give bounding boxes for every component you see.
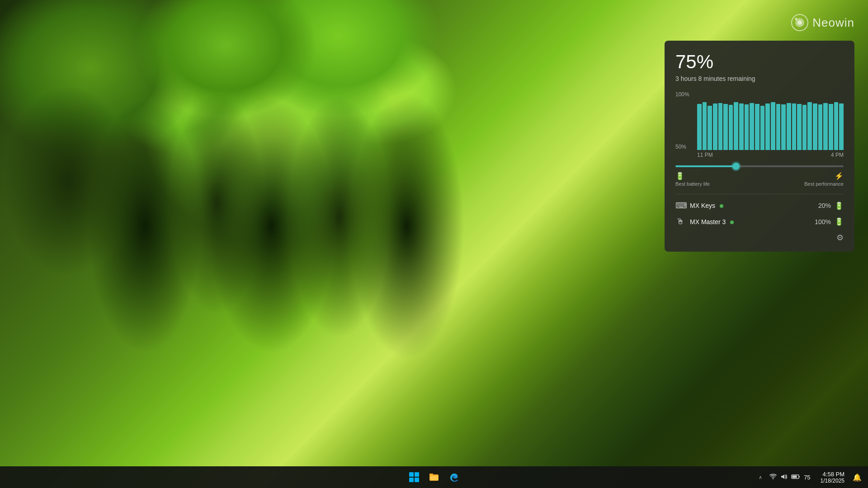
tray-date-text: 1/18/2025 <box>821 478 844 484</box>
performance-icon: ⚡ <box>835 172 844 180</box>
power-mode-slider-container[interactable]: 🔋 Best battery life ⚡ Best performance <box>675 165 844 187</box>
device-item-mx-keys: ⌨ MX Keys 20% 🔋 <box>675 201 844 211</box>
device-battery-mx-master: 100% 🔋 <box>815 217 844 226</box>
device-name-mx-keys: MX Keys <box>690 202 818 209</box>
wifi-icon-svg <box>769 474 777 480</box>
battery-tray-icon <box>791 474 800 481</box>
device-battery-mx-keys: 20% 🔋 <box>818 202 844 210</box>
chart-bar <box>760 106 765 150</box>
volume-tray-icon <box>780 474 788 481</box>
chart-bar <box>739 103 744 150</box>
chart-x-start: 11 PM <box>697 152 713 158</box>
device-connected-dot-master <box>730 221 734 224</box>
chart-bar <box>703 102 707 150</box>
edge-icon <box>448 472 459 483</box>
device-battery-icon-mx-keys: 🔋 <box>835 202 844 210</box>
svg-point-3 <box>795 18 797 20</box>
slider-thumb[interactable] <box>732 163 740 170</box>
taskbar-center-icons <box>405 468 463 486</box>
chart-bar <box>823 103 828 150</box>
battery-panel: 75% 3 hours 8 minutes remaining 100% 50%… <box>665 41 854 252</box>
mouse-icon: 🖱 <box>675 217 685 226</box>
chart-bar <box>745 104 749 150</box>
wifi-tray-icon <box>769 474 777 481</box>
battery-chart-container: 100% 50% 11 PM 4 PM <box>675 91 844 158</box>
chart-bar <box>807 102 812 150</box>
win-quad-4 <box>415 478 419 482</box>
file-explorer-button[interactable] <box>425 468 443 486</box>
device-divider <box>675 194 844 194</box>
file-explorer-icon <box>429 472 439 483</box>
svg-point-8 <box>773 478 774 479</box>
svg-rect-7 <box>430 475 438 476</box>
win-quad-2 <box>415 472 419 477</box>
svg-point-2 <box>797 20 802 25</box>
device-connected-dot <box>720 204 723 208</box>
device-battery-icon-master: 🔋 <box>835 217 844 226</box>
chart-bar <box>723 104 728 150</box>
chart-bar <box>718 103 723 150</box>
device-battery-percent-mx-keys: 20% <box>818 202 831 209</box>
battery-icon-svg <box>791 474 800 480</box>
chart-bar <box>750 103 754 150</box>
chart-bar <box>708 106 712 150</box>
chart-bar <box>787 103 791 150</box>
chart-bar <box>713 103 717 150</box>
chart-bar <box>781 104 786 150</box>
performance-label: Best performance <box>804 181 844 187</box>
windows-logo <box>409 472 419 482</box>
panel-settings-area: ⚙ <box>675 233 844 243</box>
chart-y-labels: 100% 50% <box>675 91 689 150</box>
slider-labels: 🔋 Best battery life ⚡ Best performance <box>675 172 844 187</box>
volume-icon-svg <box>780 474 788 480</box>
battery-chart-bars <box>697 91 844 150</box>
svg-rect-10 <box>793 475 797 478</box>
device-name-text-master: MX Master 3 <box>690 218 726 225</box>
chart-bar <box>776 104 781 150</box>
tray-overflow-button[interactable]: ∧ <box>758 474 763 480</box>
neowin-logo-icon <box>791 14 809 32</box>
neowin-brand-text: Neowin <box>812 16 854 30</box>
chart-bar <box>839 103 844 150</box>
taskbar: ∧ <box>0 466 868 488</box>
tray-datetime[interactable]: 4:58 PM 1/18/2025 <box>817 470 848 485</box>
chart-bar <box>834 102 839 150</box>
tray-icons-group[interactable]: 75 <box>766 472 814 483</box>
chart-bar <box>697 104 702 150</box>
chart-bar <box>729 105 733 150</box>
svg-rect-11 <box>799 476 800 477</box>
neowin-watermark: Neowin <box>791 14 854 32</box>
chart-bar <box>829 104 833 150</box>
edge-button[interactable] <box>445 468 463 486</box>
tray-time-text: 4:58 PM <box>823 471 844 478</box>
chart-bar <box>818 104 823 150</box>
chart-bar <box>755 104 760 150</box>
device-name-text: MX Keys <box>690 202 715 209</box>
device-name-mx-master: MX Master 3 <box>690 218 815 225</box>
settings-gear-icon[interactable]: ⚙ <box>836 233 844 243</box>
chart-bar <box>813 103 817 150</box>
chart-y-top: 100% <box>675 91 689 98</box>
chart-bar <box>802 105 807 150</box>
win-quad-3 <box>409 478 414 482</box>
slider-track[interactable] <box>675 165 844 167</box>
chart-x-end: 4 PM <box>831 152 844 158</box>
win-quad-1 <box>409 472 414 477</box>
chart-bar <box>765 103 770 150</box>
chart-bar <box>771 102 775 150</box>
chart-bar <box>734 102 738 150</box>
slider-label-battery: 🔋 Best battery life <box>675 172 710 187</box>
chart-x-labels: 11 PM 4 PM <box>697 152 844 158</box>
keyboard-icon: ⌨ <box>675 201 685 211</box>
notification-bell-icon[interactable]: 🔔 <box>851 473 863 482</box>
slider-label-performance: ⚡ Best performance <box>804 172 844 187</box>
device-item-mx-master: 🖱 MX Master 3 100% 🔋 <box>675 217 844 226</box>
device-battery-percent-mx-master: 100% <box>815 218 831 225</box>
battery-life-label: Best battery life <box>675 181 710 187</box>
battery-time-remaining: 3 hours 8 minutes remaining <box>675 75 844 82</box>
battery-percentage: 75% <box>675 52 844 72</box>
chart-y-mid: 50% <box>675 144 689 150</box>
tray-battery-percent-text: 75 <box>804 474 810 481</box>
battery-life-icon: 🔋 <box>675 172 684 180</box>
start-button[interactable] <box>405 468 423 486</box>
